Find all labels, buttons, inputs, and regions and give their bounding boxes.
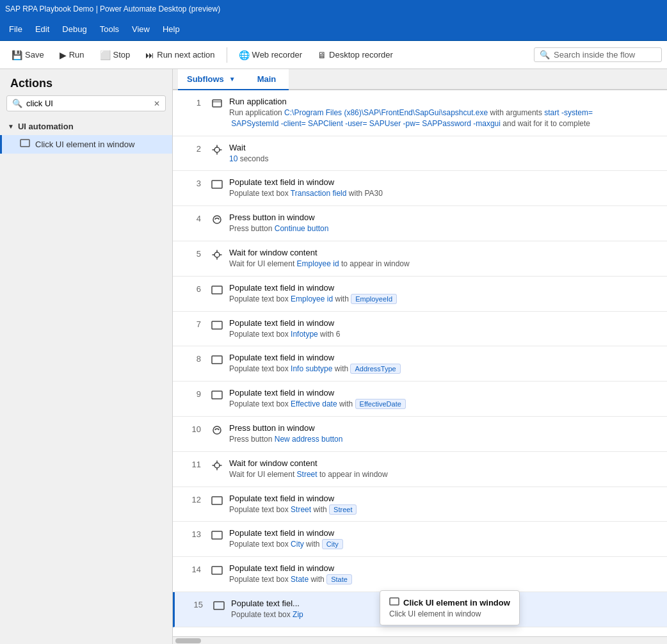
flow-num-10: 10 <box>173 423 211 434</box>
stop-button[interactable]: ⬜ Stop <box>93 47 137 63</box>
flow-content-5: Wait for window content Wait for UI elem… <box>229 248 659 270</box>
svg-point-6 <box>214 252 220 257</box>
flow-title-14: Populate text field in window <box>229 563 659 573</box>
flow-num-12: 12 <box>173 494 211 504</box>
flow-desc-14: Populate text box State with State <box>229 574 659 585</box>
flow-desc-6: Populate text box Employee id with Emplo… <box>229 294 659 305</box>
flow-item-13: 13 Populate text field in window Populat… <box>173 522 667 557</box>
flow-item-6: 6 Populate text field in window Populate… <box>173 277 667 312</box>
subflows-chevron-icon: ▼ <box>229 76 236 83</box>
sidebar: Actions 🔍 ✕ ▼ UI automation Click UI ele… <box>0 69 173 644</box>
main-layout: Actions 🔍 ✕ ▼ UI automation Click UI ele… <box>0 69 667 644</box>
horizontal-scrollbar-thumb[interactable] <box>175 638 201 643</box>
ui-automation-category[interactable]: ▼ UI automation <box>0 118 172 135</box>
tab-subflows[interactable]: Subflows ▼ <box>178 69 245 90</box>
flow-content-10: Press button in window Press button New … <box>229 423 659 445</box>
desktop-recorder-button[interactable]: 🖥 Desktop recorder <box>311 47 399 63</box>
flow-desc-11: Wait for UI element Street to appear in … <box>229 469 659 480</box>
svg-rect-16 <box>214 602 224 609</box>
content-area: Subflows ▼ Main 1 Run application Run ap… <box>173 69 667 644</box>
run-next-icon: ⏭ <box>145 50 154 60</box>
menu-file[interactable]: File <box>3 22 29 36</box>
flow-list: 1 Run application Run application C:\Pro… <box>173 90 667 636</box>
flow-item-12: 12 Populate text field in window Populat… <box>173 487 667 522</box>
flow-desc-2: 10 seconds <box>229 154 659 165</box>
svg-rect-9 <box>212 356 222 364</box>
menu-view[interactable]: View <box>125 22 156 36</box>
tab-main[interactable]: Main <box>245 69 289 90</box>
flow-content-4: Press button in window Press button Cont… <box>229 213 659 234</box>
flow-desc-3: Populate text box Transaction field with… <box>229 188 659 199</box>
flow-title-9: Populate text field in window <box>229 388 659 398</box>
click-ui-icon <box>20 139 30 150</box>
flow-item-14: 14 Populate text field in window Populat… <box>173 557 667 592</box>
category-label: UI automation <box>18 122 74 131</box>
flow-item-2: 2 Wait 10 seconds <box>173 136 667 172</box>
flow-icon-12 <box>211 494 229 509</box>
sidebar-item-click-ui[interactable]: Click UI element in window <box>0 135 172 154</box>
flow-content-3: Populate text field in window Populate t… <box>229 177 659 199</box>
flow-num-8: 8 <box>173 353 211 364</box>
flow-title-8: Populate text field in window <box>229 353 659 362</box>
svg-point-11 <box>213 426 221 434</box>
flow-content-2: Wait 10 seconds <box>229 143 659 165</box>
menu-debug[interactable]: Debug <box>56 22 93 36</box>
menu-help[interactable]: Help <box>156 22 186 36</box>
flow-num-5: 5 <box>173 248 211 259</box>
flow-icon-14 <box>211 563 229 579</box>
save-button[interactable]: 💾 Save <box>5 47 51 63</box>
flow-icon-15 <box>213 599 231 614</box>
title-bar-text: SAP RPA Playbook Demo | Power Automate D… <box>5 4 220 13</box>
svg-rect-4 <box>212 181 222 188</box>
sidebar-search-input[interactable] <box>26 99 150 108</box>
flow-title-11: Wait for window content <box>229 458 659 468</box>
svg-rect-17 <box>390 598 399 605</box>
tooltip-icon <box>389 597 399 608</box>
flow-icon-8 <box>211 353 229 368</box>
sidebar-search-box[interactable]: 🔍 ✕ <box>6 95 166 111</box>
run-next-button[interactable]: ⏭ Run next action <box>139 47 221 63</box>
sidebar-item-label: Click UI element in window <box>35 140 134 149</box>
run-button[interactable]: ▶ Run <box>53 47 91 63</box>
web-recorder-button[interactable]: 🌐 Web recorder <box>232 47 309 63</box>
flow-content-1: Run application Run application C:\Progr… <box>229 97 659 129</box>
flow-title-3: Populate text field in window <box>229 177 659 187</box>
flow-item-11: 11 Wait for window content Wait for UI e… <box>173 452 667 487</box>
horizontal-scrollbar[interactable] <box>173 636 667 644</box>
flow-num-4: 4 <box>173 213 211 223</box>
desktop-recorder-icon: 🖥 <box>317 50 326 60</box>
menu-tools[interactable]: Tools <box>93 22 125 36</box>
flow-item-10: 10 Press button in window Press button N… <box>173 417 667 452</box>
flow-icon-11 <box>211 458 229 474</box>
search-inside-flow[interactable]: 🔍 Search inside the flow <box>534 47 662 62</box>
tooltip-title: Click UI element in window <box>389 597 510 608</box>
flow-item-9: 9 Populate text field in window Populate… <box>173 382 667 417</box>
svg-rect-15 <box>212 567 222 574</box>
flow-item-1: 1 Run application Run application C:\Pro… <box>173 90 667 136</box>
svg-rect-1 <box>213 100 221 107</box>
flow-desc-8: Populate text box Info subtype with Addr… <box>229 364 659 374</box>
flow-title-2: Wait <box>229 143 659 152</box>
svg-rect-8 <box>212 321 222 329</box>
toolbar-separator-1 <box>227 47 227 63</box>
sidebar-search-icon: 🔍 <box>12 99 22 108</box>
flow-icon-13 <box>211 528 229 543</box>
flow-icon-3 <box>211 177 229 193</box>
flow-item-3: 3 Populate text field in window Populate… <box>173 171 667 206</box>
flow-item-4: 4 Press button in window Press button Co… <box>173 206 667 241</box>
sidebar-search-clear[interactable]: ✕ <box>154 99 160 108</box>
flow-num-13: 13 <box>173 528 211 539</box>
flow-item-15: 15 Populate text fiel... Populate text b… <box>173 592 667 627</box>
flow-num-14: 14 <box>173 563 211 574</box>
svg-rect-10 <box>212 391 222 399</box>
web-recorder-icon: 🌐 <box>239 50 250 60</box>
flow-num-1: 1 <box>173 97 211 108</box>
search-inside-icon: 🔍 <box>540 50 550 60</box>
menu-edit[interactable]: Edit <box>29 22 56 36</box>
flow-num-3: 3 <box>173 177 211 188</box>
flow-item-5: 5 Wait for window content Wait for UI el… <box>173 241 667 277</box>
flow-icon-6 <box>211 283 229 298</box>
flow-title-4: Press button in window <box>229 213 659 222</box>
flow-content-13: Populate text field in window Populate t… <box>229 528 659 550</box>
flow-num-7: 7 <box>173 318 211 329</box>
